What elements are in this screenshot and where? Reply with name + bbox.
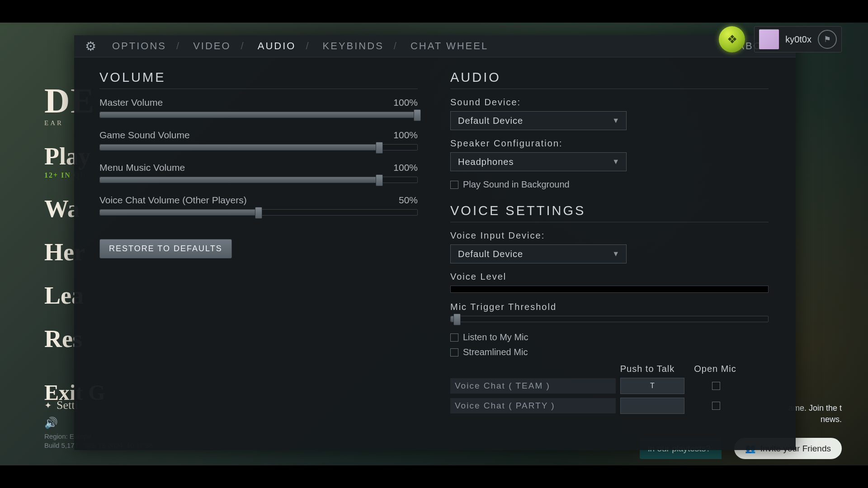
voice-chat-party-label: Voice Chat ( PARTY ): [450, 398, 616, 413]
push-to-talk-header: Push to Talk: [611, 364, 684, 374]
player-card[interactable]: ky0t0x ⚑: [754, 26, 842, 52]
tab-video[interactable]: VIDEO: [187, 40, 251, 52]
mic-threshold-label: Mic Trigger Threshold: [450, 302, 769, 312]
voice-chat-team-row: Voice Chat ( TEAM ) T: [450, 378, 769, 394]
streamlined-mic-checkbox[interactable]: Streamlined Mic: [450, 347, 769, 357]
settings-panel: ⚙ OPTIONS VIDEO AUDIO KEYBINDS CHAT WHEE…: [74, 35, 796, 450]
master-volume-label: Master Volume: [99, 97, 163, 108]
voice-chat-team-label: Voice Chat ( TEAM ): [450, 378, 616, 394]
voice-settings-heading: VOICE SETTINGS: [450, 203, 769, 222]
tab-options[interactable]: OPTIONS: [106, 40, 187, 52]
play-sound-background-checkbox[interactable]: Play Sound in Background: [450, 179, 769, 190]
checkbox-icon: [450, 181, 458, 189]
voice-chat-table: Push to Talk Open Mic Voice Chat ( TEAM …: [450, 364, 769, 414]
sound-toggle-icon[interactable]: 🔊: [44, 417, 58, 429]
checkbox-icon: [450, 348, 458, 357]
letterbox-top: [0, 0, 868, 23]
speaker-config-select[interactable]: Headphones ▼: [450, 152, 627, 171]
game-volume-value: 100%: [393, 130, 418, 141]
speaker-config-label: Speaker Configuration:: [450, 138, 769, 149]
mic-threshold-slider[interactable]: [450, 316, 769, 322]
voice-chat-party-openmic-checkbox[interactable]: [712, 402, 720, 410]
voice-level-label: Voice Level: [450, 272, 769, 282]
top-bar: ❖ ky0t0x ⚑: [719, 26, 842, 52]
volume-heading: VOLUME: [99, 70, 418, 89]
letterbox-bottom: [0, 465, 868, 488]
voice-chat-volume-label: Voice Chat Volume (Other Players): [99, 195, 247, 206]
panel-content: VOLUME Master Volume 100% Game Sound Vol…: [74, 57, 796, 450]
currency-icon[interactable]: ❖: [719, 26, 745, 52]
menu-music-slider[interactable]: [99, 177, 418, 183]
audio-column: AUDIO Sound Device: Default Device ▼ Spe…: [450, 70, 769, 437]
sound-device-label: Sound Device:: [450, 97, 769, 108]
voice-chat-volume-value: 50%: [399, 195, 418, 206]
voice-chat-volume-row: Voice Chat Volume (Other Players) 50%: [99, 195, 418, 216]
sound-device-select[interactable]: Default Device ▼: [450, 111, 627, 130]
voice-input-select[interactable]: Default Device ▼: [450, 244, 627, 263]
checkbox-icon: [450, 333, 458, 342]
voice-chat-party-keybind[interactable]: [620, 398, 684, 414]
master-volume-row: Master Volume 100%: [99, 97, 418, 118]
game-volume-label: Game Sound Volume: [99, 130, 190, 141]
open-mic-header: Open Mic: [684, 364, 747, 374]
gear-icon[interactable]: ⚙: [85, 39, 98, 54]
avatar: [759, 29, 779, 49]
chevron-down-icon: ▼: [612, 250, 620, 258]
menu-music-label: Menu Music Volume: [99, 162, 185, 173]
tab-keybinds[interactable]: KEYBINDS: [316, 40, 404, 52]
report-flag-icon[interactable]: ⚑: [818, 30, 837, 49]
game-volume-row: Game Sound Volume 100%: [99, 130, 418, 150]
voice-chat-team-openmic-checkbox[interactable]: [712, 382, 720, 390]
chevron-down-icon: ▼: [612, 117, 620, 125]
listen-to-mic-checkbox[interactable]: Listen to My Mic: [450, 332, 769, 343]
voice-chat-party-row: Voice Chat ( PARTY ): [450, 398, 769, 414]
master-volume-value: 100%: [393, 97, 418, 108]
voice-input-label: Voice Input Device:: [450, 230, 769, 241]
tab-chatwheel[interactable]: CHAT WHEEL: [404, 40, 495, 52]
restore-defaults-button[interactable]: RESTORE TO DEFAULTS: [99, 239, 232, 258]
master-volume-slider[interactable]: [99, 112, 418, 118]
volume-column: VOLUME Master Volume 100% Game Sound Vol…: [99, 70, 418, 437]
voice-level-meter: [450, 286, 769, 293]
voice-chat-team-keybind[interactable]: T: [620, 378, 684, 394]
chevron-down-icon: ▼: [612, 158, 620, 166]
menu-music-value: 100%: [393, 162, 418, 173]
game-volume-slider[interactable]: [99, 144, 418, 150]
tab-audio[interactable]: AUDIO: [251, 40, 316, 52]
audio-heading: AUDIO: [450, 70, 769, 89]
player-name: ky0t0x: [785, 34, 811, 45]
tab-bar: ⚙ OPTIONS VIDEO AUDIO KEYBINDS CHAT WHEE…: [74, 35, 796, 57]
voice-chat-volume-slider[interactable]: [99, 209, 418, 216]
menu-music-row: Menu Music Volume 100%: [99, 162, 418, 183]
